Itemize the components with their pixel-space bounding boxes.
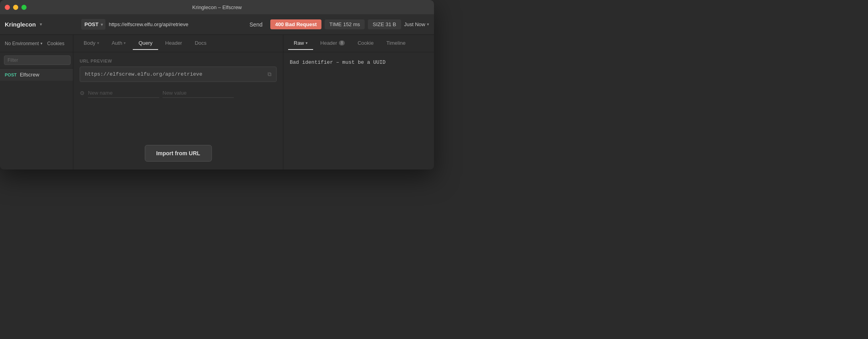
size-meta: SIZE 31 B <box>368 19 401 29</box>
filter-input[interactable] <box>4 55 71 65</box>
method-dropdown-arrow[interactable]: ▾ <box>100 20 104 29</box>
import-url-button[interactable]: Import from URL <box>145 145 212 162</box>
tab-query-label: Query <box>138 40 152 46</box>
tab-body-label: Body <box>84 40 96 46</box>
main-area: No Environment ▾ Cookies ⊕ ▾ POST Elfscr… <box>0 35 434 170</box>
tab-raw-arrow: ▾ <box>306 41 308 45</box>
tab-auth-arrow: ▾ <box>124 41 126 45</box>
response-panel: Raw ▾ Header 8 Cookie Timeline Bad ident… <box>283 35 434 170</box>
tab-header-label: Header <box>165 40 182 46</box>
response-tab-bar: Raw ▾ Header 8 Cookie Timeline <box>283 35 434 52</box>
app-name-section: Kringlecon ▼ <box>5 21 78 28</box>
request-content: URL PREVIEW https://elfscrew.elfu.org/ap… <box>73 52 283 170</box>
timestamp: Just Now ▾ <box>404 21 429 27</box>
tab-response-header[interactable]: Header 8 <box>315 37 350 50</box>
copy-icon[interactable]: ⧉ <box>268 71 271 78</box>
url-preview-label: URL PREVIEW <box>80 59 277 63</box>
tab-auth[interactable]: Auth ▾ <box>106 37 132 50</box>
request-method: POST <box>5 72 17 77</box>
tab-query[interactable]: Query <box>133 37 158 50</box>
tab-cookie[interactable]: Cookie <box>352 37 379 50</box>
method-label: POST <box>83 20 100 29</box>
param-value-input[interactable] <box>163 88 234 98</box>
param-row: ⚙ <box>80 87 277 99</box>
tab-response-header-label: Header <box>320 40 337 46</box>
tab-auth-label: Auth <box>112 40 122 46</box>
timestamp-arrow[interactable]: ▾ <box>427 22 429 27</box>
app-dropdown-arrow[interactable]: ▼ <box>39 22 43 27</box>
url-container <box>109 20 241 29</box>
send-button[interactable]: Send <box>245 19 268 30</box>
param-name-input[interactable] <box>88 88 159 98</box>
param-gear-icon[interactable]: ⚙ <box>80 90 85 96</box>
tab-cookie-label: Cookie <box>358 40 373 46</box>
env-label: No Environment <box>5 41 39 46</box>
env-selector[interactable]: No Environment ▾ <box>5 41 42 46</box>
toolbar: Kringlecon ▼ POST ▾ Send 400 Bad Request… <box>0 14 434 35</box>
tab-timeline-label: Timeline <box>386 40 406 46</box>
filter-row: ⊕ ▾ <box>0 52 73 69</box>
minimize-button[interactable] <box>13 5 18 10</box>
window-title: Kringlecon – Elfscrew <box>192 4 242 10</box>
url-preview-box: https://elfscrew.elfu.org/api/retrieve ⧉ <box>80 67 277 82</box>
tab-docs-label: Docs <box>195 40 206 46</box>
tab-raw-label: Raw <box>294 40 304 46</box>
titlebar: Kringlecon – Elfscrew <box>0 0 434 14</box>
tab-body[interactable]: Body ▾ <box>78 37 105 50</box>
time-meta: TIME 152 ms <box>325 19 365 29</box>
url-preview-value: https://elfscrew.elfu.org/api/retrieve <box>85 71 202 77</box>
status-badge: 400 Bad Request <box>270 19 321 29</box>
tab-header[interactable]: Header <box>160 37 188 50</box>
request-panel: Body ▾ Auth ▾ Query Header Docs URL PREV… <box>73 35 283 170</box>
tab-docs[interactable]: Docs <box>189 37 212 50</box>
sidebar: No Environment ▾ Cookies ⊕ ▾ POST Elfscr… <box>0 35 73 170</box>
timestamp-label: Just Now <box>404 21 425 27</box>
tab-raw[interactable]: Raw ▾ <box>288 37 313 50</box>
url-input[interactable] <box>109 20 241 29</box>
window-controls <box>5 5 27 10</box>
header-badge: 8 <box>339 40 345 46</box>
app-name: Kringlecon <box>5 21 36 28</box>
close-button[interactable] <box>5 5 10 10</box>
env-arrow: ▾ <box>40 41 42 46</box>
response-body: Bad identifier – must be a UUID <box>290 59 428 67</box>
cookies-button[interactable]: Cookies <box>47 41 64 46</box>
response-content: Bad identifier – must be a UUID <box>283 52 434 170</box>
request-item[interactable]: POST Elfscrew <box>0 69 73 81</box>
request-name: Elfscrew <box>20 72 39 78</box>
tab-body-arrow: ▾ <box>97 41 99 45</box>
sidebar-header: No Environment ▾ Cookies <box>0 35 73 52</box>
maximize-button[interactable] <box>21 5 27 10</box>
tab-timeline[interactable]: Timeline <box>381 37 411 50</box>
url-preview-section: URL PREVIEW https://elfscrew.elfu.org/ap… <box>80 59 277 82</box>
request-tab-bar: Body ▾ Auth ▾ Query Header Docs <box>73 35 283 52</box>
